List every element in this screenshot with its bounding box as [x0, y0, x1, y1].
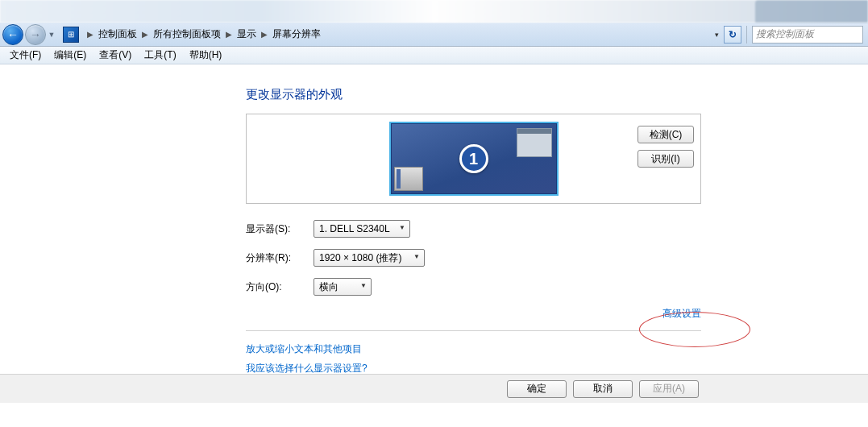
orientation-select-value: 横向	[319, 280, 338, 294]
search-placeholder: 搜索控制面板	[756, 27, 814, 41]
identify-button[interactable]: 识别(I)	[638, 150, 694, 168]
menu-help[interactable]: 帮助(H)	[183, 48, 229, 62]
chevron-right-icon: ▶	[226, 30, 232, 39]
menu-view[interactable]: 查看(V)	[93, 48, 138, 62]
advanced-settings-link[interactable]: 高级设置	[662, 308, 701, 319]
resolution-select-value: 1920 × 1080 (推荐)	[319, 251, 401, 265]
breadcrumb-all-items[interactable]: 所有控制面板项	[152, 26, 222, 43]
cancel-button[interactable]: 取消	[573, 380, 633, 398]
taskbar-preview	[394, 167, 423, 191]
scale-text-link[interactable]: 放大或缩小文本和其他项目	[246, 343, 362, 354]
history-dropdown-icon[interactable]: ▼	[47, 31, 56, 39]
chevron-right-icon: ▶	[142, 30, 148, 39]
orientation-label: 方向(O):	[246, 280, 314, 294]
content-area: 更改显示器的外观 1 检测(C) 识别(I) 显示器(S): 1. DELL S…	[0, 64, 868, 403]
forward-button[interactable]: →	[25, 24, 46, 45]
refresh-button[interactable]: ↻	[724, 26, 741, 44]
monitor-number-badge: 1	[459, 144, 488, 173]
monitor-label: 显示器(S):	[246, 222, 314, 236]
chevron-right-icon: ▶	[87, 30, 93, 39]
monitor-select-value: 1. DELL S2340L	[319, 223, 390, 234]
menu-file[interactable]: 文件(F)	[3, 48, 48, 62]
detect-button[interactable]: 检测(C)	[638, 126, 694, 143]
help-link[interactable]: 我应该选择什么显示器设置?	[246, 363, 368, 374]
arrow-right-icon: →	[30, 28, 41, 41]
breadcrumb-control-panel[interactable]: 控制面板	[97, 26, 139, 43]
arrow-left-icon: ←	[7, 28, 19, 41]
resolution-select[interactable]: 1920 × 1080 (推荐)	[314, 249, 425, 267]
window-preview	[517, 128, 552, 157]
page-title: 更改显示器的外观	[246, 87, 820, 102]
breadcrumb-resolution[interactable]: 屏幕分辨率	[271, 26, 322, 43]
refresh-icon: ↻	[729, 29, 737, 40]
resolution-label: 分辨率(R):	[246, 251, 314, 265]
display-preview-panel: 1 检测(C) 识别(I)	[246, 114, 701, 204]
blurred-background	[0, 0, 868, 23]
menu-bar: 文件(F) 编辑(E) 查看(V) 工具(T) 帮助(H)	[0, 47, 868, 64]
dialog-button-bar: 确定 取消 应用(A)	[0, 374, 868, 403]
location-dropdown-icon[interactable]: ▾	[712, 27, 722, 42]
divider	[246, 330, 701, 331]
menu-edit[interactable]: 编辑(E)	[48, 48, 93, 62]
orientation-select[interactable]: 横向	[314, 278, 372, 296]
breadcrumb: ▶ 控制面板 ▶ 所有控制面板项 ▶ 显示 ▶ 屏幕分辨率	[84, 26, 322, 43]
breadcrumb-display[interactable]: 显示	[235, 26, 258, 43]
back-button[interactable]: ←	[2, 24, 23, 45]
menu-tools[interactable]: 工具(T)	[138, 48, 182, 62]
chevron-right-icon: ▶	[261, 30, 268, 39]
search-input[interactable]: 搜索控制面板	[752, 26, 863, 44]
control-panel-icon: ⊞	[63, 27, 79, 43]
monitor-select[interactable]: 1. DELL S2340L	[314, 220, 410, 238]
apply-button[interactable]: 应用(A)	[639, 380, 699, 398]
navigation-bar: ← → ▼ ⊞ ▶ 控制面板 ▶ 所有控制面板项 ▶ 显示 ▶ 屏幕分辨率 ▾ …	[0, 23, 868, 47]
monitor-thumbnail[interactable]: 1	[389, 122, 559, 196]
separator	[746, 26, 747, 44]
ok-button[interactable]: 确定	[507, 380, 567, 398]
